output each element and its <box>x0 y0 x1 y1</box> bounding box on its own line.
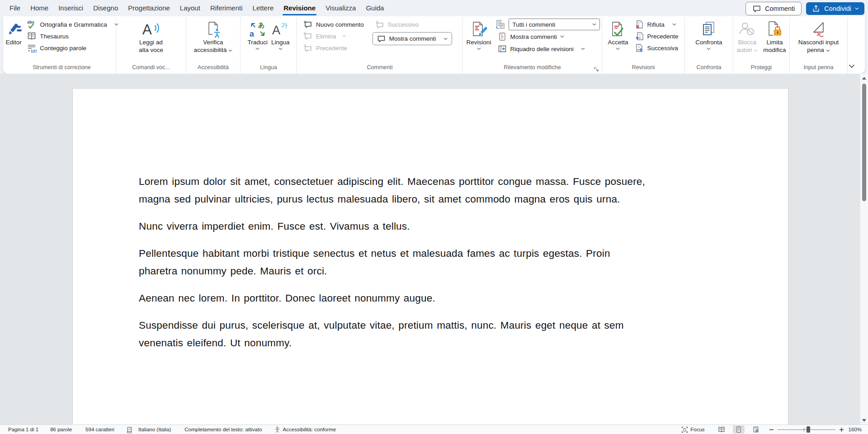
comments-button[interactable]: Commenti <box>745 2 802 15</box>
share-button[interactable]: Condividi <box>806 2 864 15</box>
vertical-scrollbar[interactable] <box>860 74 868 425</box>
document-paragraph[interactable]: Pellentesque habitant morbi tristique se… <box>139 245 726 280</box>
tab-lettere[interactable]: Lettere <box>248 0 279 16</box>
status-left: Pagina 1 di 1 86 parole 594 caratteri It… <box>0 426 336 433</box>
read-aloud-button[interactable]: A Leggi ad alta voce <box>137 18 165 64</box>
tab-riferimenti[interactable]: Riferimenti <box>205 0 248 16</box>
word-count-button[interactable]: 123 Conteggio parole <box>24 42 121 54</box>
reviewing-pane-label: Riquadro delle revisioni <box>510 46 573 52</box>
tab-guida[interactable]: Guida <box>361 0 389 16</box>
tab-file[interactable]: File <box>5 0 25 16</box>
print-layout-button[interactable] <box>733 425 745 434</box>
zoom-slider-handle[interactable] <box>807 426 810 433</box>
previous-comment-label: Precedente <box>316 45 347 52</box>
language-icon: A가 <box>271 20 289 38</box>
tab-progettazione[interactable]: Progettazione <box>123 0 175 16</box>
group-label-voice: Comandi voc... <box>116 64 186 74</box>
restrict-editing-line1: Limita <box>766 38 783 46</box>
status-text-completion[interactable]: Completamento del testo: attivato <box>184 427 262 432</box>
scroll-up-icon[interactable] <box>862 76 867 80</box>
tab-revisione[interactable]: Revisione <box>278 0 321 16</box>
accept-icon <box>609 20 627 38</box>
document-page[interactable]: Lorem ipsum dolor sit amet, consectetuer… <box>72 88 788 426</box>
group-ink: Nascondi input penna Input penna <box>790 17 848 74</box>
delete-comment-label: Elimina <box>316 33 336 40</box>
status-char-count[interactable]: 594 caratteri <box>85 427 114 432</box>
editor-button[interactable]: Editor <box>3 18 24 64</box>
editor-icon <box>5 20 23 38</box>
document-paragraph[interactable]: Aenean nec lorem. In porttitor. Donec la… <box>139 289 726 307</box>
zoom-level[interactable]: 160% <box>849 427 862 432</box>
language-button[interactable]: A가 Lingua <box>269 18 292 64</box>
tracking-dialog-launcher-icon[interactable] <box>593 66 599 72</box>
compare-icon <box>700 20 718 38</box>
group-accessibility: Verifica accessibilità Accessibilità <box>186 17 241 74</box>
previous-change-icon <box>635 32 644 41</box>
status-language[interactable]: Italiano (Italia) <box>138 427 171 432</box>
document-paragraph[interactable]: Suspendisse dui purus, scelerisque at, v… <box>139 316 726 352</box>
web-layout-icon <box>752 426 760 433</box>
track-changes-button[interactable]: Revisioni <box>465 18 493 64</box>
previous-comment-button[interactable]: Precedente <box>301 42 366 54</box>
restrict-editing-button[interactable]: Limita modifica <box>761 18 788 64</box>
group-voice: A Leggi ad alta voce Comandi voc... <box>116 17 186 74</box>
translate-label: Traduci <box>247 38 268 46</box>
chevron-down-icon <box>826 49 830 52</box>
read-mode-button[interactable] <box>716 425 727 434</box>
word-count-icon: 123 <box>27 43 37 53</box>
compare-button[interactable]: Confronta <box>693 18 724 64</box>
chevron-down-icon <box>672 23 676 26</box>
translate-button[interactable]: a あ Traduci <box>245 18 269 64</box>
tab-layout[interactable]: Layout <box>175 0 205 16</box>
web-layout-button[interactable] <box>750 425 762 434</box>
hide-ink-line2-wrap: penna <box>807 46 830 54</box>
status-accessibility[interactable]: Accessibilità: conforme <box>283 427 336 432</box>
previous-change-button[interactable]: Precedente <box>632 30 680 42</box>
tab-visualizza[interactable]: Visualizza <box>321 0 361 16</box>
compare-label: Confronta <box>695 38 722 46</box>
thesaurus-icon <box>27 31 37 41</box>
spelling-grammar-button[interactable]: abc Ortografia e Grammatica <box>24 19 121 30</box>
collapse-ribbon-area <box>848 17 863 74</box>
block-authors-button[interactable]: Blocca autori <box>735 18 760 64</box>
document-paragraph[interactable]: Nunc viverra imperdiet enim. Fusce est. … <box>139 217 726 235</box>
zoom-slider[interactable] <box>778 425 835 434</box>
show-markup-button[interactable]: Mostra commenti <box>495 31 600 42</box>
markup-view-combobox[interactable]: Tutti i commenti <box>509 19 600 30</box>
hide-ink-button[interactable]: Nascondi input penna <box>797 18 840 64</box>
accept-button[interactable]: Accetta <box>606 18 630 64</box>
read-aloud-icon: A <box>142 20 160 38</box>
check-accessibility-button[interactable]: Verifica accessibilità <box>192 18 235 64</box>
next-comment-button[interactable]: Successivo <box>373 19 453 30</box>
next-change-button[interactable]: Successiva <box>632 42 680 54</box>
chevron-down-icon <box>477 47 481 50</box>
titlebar-actions: Commenti Condividi <box>745 2 864 15</box>
reject-icon <box>635 20 644 29</box>
zoom-out-icon[interactable] <box>769 427 774 432</box>
delete-comment-button[interactable]: Elimina <box>301 30 366 42</box>
collapse-ribbon-icon[interactable] <box>849 64 855 68</box>
group-proofing: Editor abc Ortografia e Grammatica Thesa… <box>8 17 116 74</box>
proofing-status-icon[interactable] <box>126 426 133 433</box>
reviewing-pane-button[interactable]: Riquadro delle revisioni <box>495 43 600 55</box>
tab-home[interactable]: Home <box>25 0 53 16</box>
tab-disegno[interactable]: Disegno <box>88 0 123 16</box>
svg-text:a: a <box>250 29 255 38</box>
scrollbar-thumb[interactable] <box>862 84 866 201</box>
thesaurus-button[interactable]: Thesaurus <box>24 30 121 42</box>
zoom-in-icon[interactable] <box>839 427 844 432</box>
focus-button[interactable]: Focus <box>690 427 704 432</box>
group-changes: Accetta Rifiuta Precedente <box>602 17 685 74</box>
translate-icon: a あ <box>249 20 267 38</box>
status-page-number[interactable]: Pagina 1 di 1 <box>8 427 38 432</box>
reject-label: Rifiuta <box>647 21 664 28</box>
accessibility-check-icon <box>204 20 222 38</box>
document-paragraph[interactable]: Lorem ipsum dolor sit amet, consectetuer… <box>139 173 726 208</box>
new-comment-button[interactable]: Nuovo commento <box>301 19 366 30</box>
show-comments-button[interactable]: Mostra commenti <box>373 32 453 45</box>
status-word-count[interactable]: 86 parole <box>50 427 72 432</box>
tab-inserisci[interactable]: Inserisci <box>53 0 88 16</box>
scroll-down-icon[interactable] <box>862 419 867 422</box>
reject-button[interactable]: Rifiuta <box>632 19 680 30</box>
markup-options-icon <box>495 19 505 29</box>
